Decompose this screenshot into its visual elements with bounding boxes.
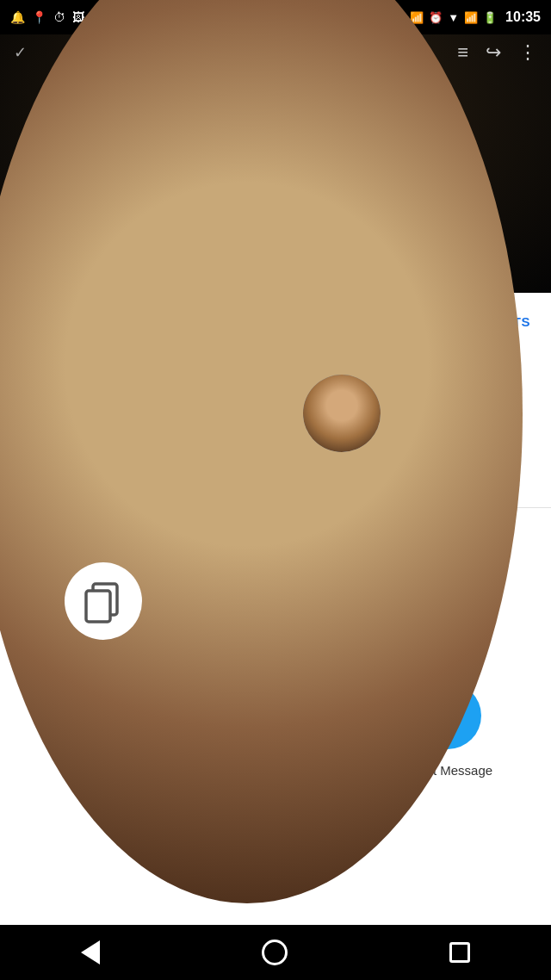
contact-dean-arnett[interactable]: Dean Arnett [200,375,294,474]
time-display: 10:35 [505,9,541,25]
back-button[interactable] [81,940,100,964]
status-icons-right: 📶 ⏰ ▼ 📶 🔋 10:35 [410,9,541,25]
add-to-queue-icon[interactable]: ≡ [457,41,468,64]
signal-icon: 📶 [464,11,478,24]
contacts-row: i 308 G Gua Chan Dean Arnett Phoebe Ng [0,371,551,504]
contact-avatar-dean-arnett [208,375,286,452]
more-options-icon[interactable]: ⋮ [518,41,537,64]
copy-link-icon [65,562,142,640]
wifi-icon: ▼ [448,11,459,24]
share-panel: Share on YouTube ADD CONTACTS You may kn… [0,293,551,791]
share-icon[interactable]: ↪ [486,41,501,64]
home-button[interactable] [262,940,288,965]
location-icon: 📍 [32,10,46,24]
navigation-bar [0,925,551,980]
back-icon [81,940,100,964]
recent-apps-icon [449,942,470,963]
svg-rect-1 [86,591,110,622]
clock-icon: ⏱ [53,10,65,24]
contact-avatar-phoebe-ng [303,375,381,452]
battery-icon: 🔋 [483,11,497,24]
notification-icon: 🔔 [10,10,25,24]
alarm-icon: ⏰ [429,11,443,24]
video-check-icon: ✓ [14,43,27,62]
recent-apps-button[interactable] [449,942,470,963]
home-icon [262,940,288,965]
